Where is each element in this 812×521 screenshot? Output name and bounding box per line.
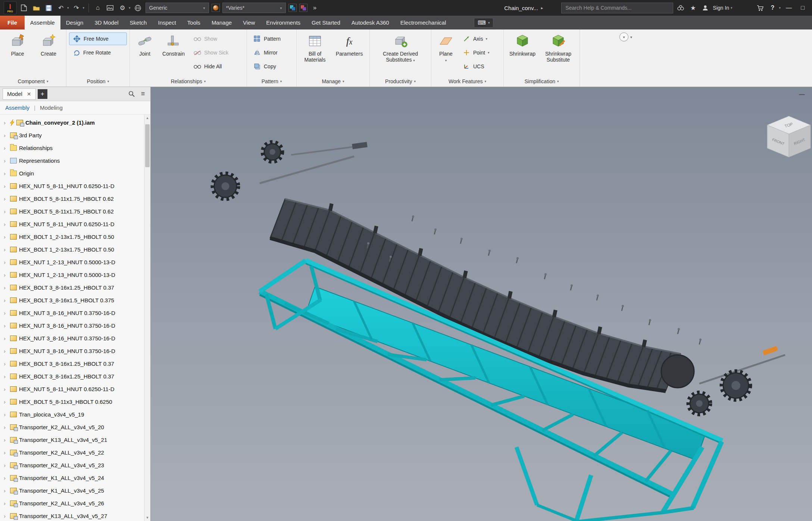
redo-button[interactable]: ↷	[72, 3, 81, 13]
undo-button[interactable]: ↶	[56, 3, 66, 13]
create-button[interactable]: Create	[34, 31, 63, 76]
expand-icon[interactable]: ›	[4, 234, 8, 240]
joint-button[interactable]: Joint	[132, 31, 157, 76]
tree-item[interactable]: ›HEX_BOLT 3_8-16x1.25_HBOLT 0.37	[2, 281, 143, 294]
browser-scrollbar[interactable]: ▲ ▼	[144, 115, 150, 521]
expand-icon[interactable]: ›	[4, 284, 8, 291]
account-button[interactable]	[700, 3, 710, 13]
home-button[interactable]: ⌂	[93, 3, 103, 13]
hide-all-button[interactable]: Hide All	[190, 60, 244, 73]
tree-item[interactable]: ›HEX_BOLT 1_2-13x1.75_HBOLT 0.50	[2, 230, 143, 243]
point-button[interactable]: Point ▾	[459, 46, 501, 59]
expand-icon[interactable]: ›	[4, 462, 8, 468]
window-minimize-button[interactable]: ―	[783, 4, 794, 11]
expand-icon[interactable]: ›	[4, 119, 8, 126]
ribbon-collapse-options[interactable]: ▾	[630, 35, 632, 39]
shrinkwrap-button[interactable]: Shrinkwrap	[506, 31, 538, 76]
create-derived-substitutes-button[interactable]: Create Derived Substitutes ▾	[372, 31, 428, 76]
save-button[interactable]	[44, 3, 53, 13]
tab-design[interactable]: Design	[60, 16, 89, 29]
browser-menu-button[interactable]: ≡	[138, 89, 148, 99]
tree-item[interactable]: ›Origin	[2, 167, 143, 180]
undo-dropdown[interactable]: ▾	[67, 6, 69, 10]
tree-item[interactable]: ›Transporter_K1_ALL_v3v4_v5_25	[2, 484, 143, 497]
expand-icon[interactable]: ›	[4, 170, 8, 177]
search-input[interactable]	[561, 3, 673, 13]
axis-button[interactable]: Axis ▾	[459, 32, 501, 45]
new-file-button[interactable]	[19, 3, 29, 13]
expand-icon[interactable]: ›	[4, 157, 8, 164]
tree-item[interactable]: ›HEX_BOLT 5_8-11x1.75_HBOLT 0.62	[2, 192, 143, 205]
tab-manage[interactable]: Manage	[206, 16, 237, 29]
tab-file[interactable]: File	[0, 16, 25, 29]
cart-button[interactable]	[755, 3, 765, 13]
material-dropdown[interactable]: Generic▾	[146, 3, 209, 13]
expand-icon[interactable]: ›	[4, 361, 8, 367]
expand-icon[interactable]: ›	[4, 132, 8, 138]
tree-item[interactable]: ›Tran_plocica_v3v4_v5_19	[2, 408, 143, 421]
tab-3d-model[interactable]: 3D Model	[89, 16, 124, 29]
tab-autodesk-a360[interactable]: Autodesk A360	[346, 16, 395, 29]
shrinkwrap-substitute-button[interactable]: Shrinkwrap Substitute	[540, 31, 577, 76]
panel-label-simplification[interactable]: Simplification▾	[504, 76, 580, 87]
sprocket[interactable]	[262, 142, 282, 162]
globe-button[interactable]	[133, 3, 143, 13]
expand-icon[interactable]: ›	[4, 424, 8, 430]
tree-item[interactable]: ›Transporter_K2_ALL_v3v4_v5_26	[2, 497, 143, 509]
panel-label-component[interactable]: Component▾	[0, 76, 66, 87]
search-submit-button[interactable]	[676, 3, 685, 13]
scrollbar-thumb[interactable]	[145, 124, 150, 167]
tree-item[interactable]: ›HEX_NUT 3_8-16_HNUT 0.3750-16-D	[2, 344, 143, 357]
sprocket[interactable]	[212, 173, 238, 199]
expand-icon[interactable]: ›	[4, 246, 8, 253]
open-folder-button[interactable]	[31, 3, 41, 13]
tab-sketch[interactable]: Sketch	[124, 16, 153, 29]
expand-icon[interactable]: ›	[4, 208, 8, 215]
subtab-assembly[interactable]: Assembly	[5, 104, 29, 111]
show-sick-button[interactable]: Show Sick	[190, 46, 244, 59]
overflow-button[interactable]: »	[310, 3, 320, 13]
tree-item[interactable]: ›HEX_BOLT 5_8-11x1.75_HBOLT 0.62	[2, 205, 143, 218]
tab-tools[interactable]: Tools	[182, 16, 206, 29]
expand-icon[interactable]: ›	[4, 221, 8, 227]
expand-icon[interactable]: ›	[4, 475, 8, 481]
title-expand-icon[interactable]: ▸	[541, 6, 543, 10]
tab-assemble[interactable]: Assemble	[25, 16, 60, 29]
favorites-button[interactable]: ★	[688, 3, 698, 13]
plane-button[interactable]: Plane ▾	[434, 31, 458, 76]
scroll-down-icon[interactable]: ▼	[144, 516, 150, 520]
pattern-button[interactable]: Pattern	[250, 32, 294, 45]
help-button[interactable]: ?	[768, 3, 777, 13]
expand-icon[interactable]: ›	[4, 322, 8, 329]
tree-item[interactable]: ›Representations	[2, 154, 143, 167]
tree-item[interactable]: ›HEX_BOLT 1_2-13x1.75_HBOLT 0.50	[2, 243, 143, 256]
panel-label-pattern[interactable]: Pattern▾	[247, 76, 296, 87]
tree-item[interactable]: ›Transporter_K2_ALL_v3v4_v5_22	[2, 446, 143, 459]
tree-item[interactable]: ›Transporter_K13_ALL_v3v4_v5_27	[2, 509, 143, 521]
expand-icon[interactable]: ›	[4, 310, 8, 316]
tab-inspect[interactable]: Inspect	[152, 16, 181, 29]
tree-item[interactable]: ›Transporter_K2_ALL_v3v4_v5_23	[2, 459, 143, 471]
tree-item[interactable]: ›HEX_BOLT 3_8-16x1.25_HBOLT 0.37	[2, 357, 143, 370]
tab-view[interactable]: View	[237, 16, 260, 29]
expand-icon[interactable]: ›	[4, 500, 8, 506]
tree-item[interactable]: ›HEX_NUT 5_8-11_HNUT 0.6250-11-D	[2, 218, 143, 230]
viewcube[interactable]: TOP FRONT RIGHT	[767, 116, 811, 157]
free-move-button[interactable]: Free Move	[69, 32, 127, 45]
sprocket[interactable]	[721, 371, 750, 400]
tree-item[interactable]: ›3rd Party	[2, 129, 143, 141]
tree-item[interactable]: ›HEX_NUT 3_8-16_HNUT 0.3750-16-D	[2, 306, 143, 319]
expand-icon[interactable]: ›	[4, 297, 8, 303]
appearance-dropdown[interactable]: *Varies*▾	[222, 3, 286, 13]
parameters-button[interactable]: fx Parameters	[332, 31, 367, 76]
copy-button[interactable]: Copy	[250, 60, 294, 73]
adjust-swatch2-button[interactable]	[299, 4, 307, 12]
material-ball-button[interactable]	[212, 4, 220, 12]
help-dropdown[interactable]: ▾	[779, 6, 781, 10]
tree-item[interactable]: ›Transporter_K13_ALL_v3v4_v5_21	[2, 433, 143, 446]
bill-of-materials-button[interactable]: Bill of Materials	[299, 31, 331, 76]
expand-icon[interactable]: ›	[4, 386, 8, 392]
expand-icon[interactable]: ›	[4, 487, 8, 494]
browser-tab-model[interactable]: Model ✕	[3, 88, 36, 100]
panel-label-position[interactable]: Position▾	[66, 76, 129, 87]
